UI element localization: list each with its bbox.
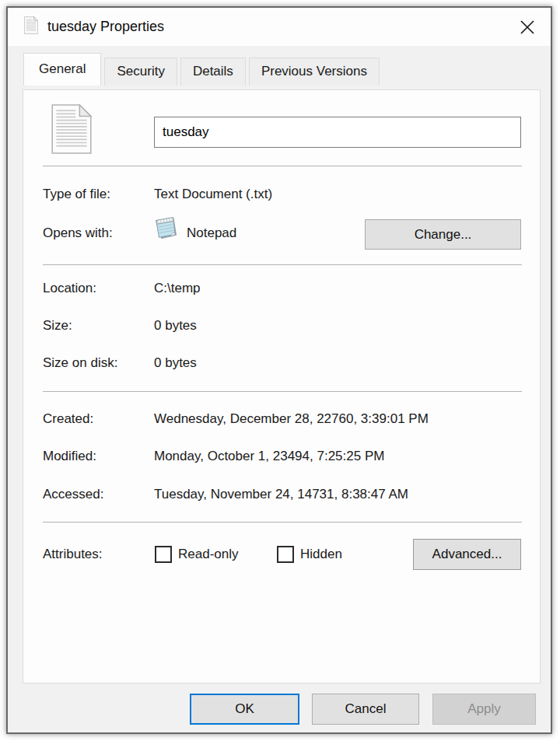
title-bar[interactable]: tuesday Properties	[8, 8, 551, 46]
tab-security[interactable]: Security	[104, 58, 177, 86]
size-on-disk-value: 0 bytes	[154, 354, 197, 372]
created-value: Wednesday, December 28, 22760, 3:39:01 P…	[154, 410, 429, 428]
tab-general[interactable]: General	[23, 53, 101, 86]
text-document-icon-large	[51, 104, 92, 157]
modified-label: Modified:	[43, 447, 96, 466]
screen: tuesday Properties General Security Deta…	[0, 0, 560, 741]
separator	[43, 166, 522, 166]
size-value: 0 bytes	[154, 316, 197, 335]
hidden-label: Hidden	[300, 546, 342, 563]
advanced-button[interactable]: Advanced...	[413, 539, 521, 570]
close-icon	[519, 19, 536, 36]
properties-dialog: tuesday Properties General Security Deta…	[6, 6, 552, 734]
modified-value: Monday, October 1, 23494, 7:25:25 PM	[154, 447, 384, 466]
size-label: Size:	[43, 316, 72, 335]
location-label: Location:	[43, 279, 96, 298]
tab-strip: General Security Details Previous Versio…	[23, 53, 383, 86]
hidden-checkbox[interactable]	[277, 546, 294, 563]
apply-button[interactable]: Apply	[432, 694, 536, 725]
location-value: C:\temp	[154, 279, 201, 298]
notepad-icon	[152, 215, 179, 244]
general-tab-panel: Type of file: Text Document (.txt) Opens…	[23, 89, 541, 683]
attributes-label: Attributes:	[43, 545, 103, 564]
close-button[interactable]	[516, 16, 538, 38]
change-button[interactable]: Change...	[365, 219, 521, 250]
ok-button[interactable]: OK	[190, 694, 299, 725]
type-of-file-label: Type of file:	[43, 185, 110, 204]
readonly-label: Read-only	[178, 546, 239, 563]
opens-with-label: Opens with:	[43, 224, 113, 243]
opens-with-value: Notepad	[187, 224, 236, 243]
separator	[43, 391, 522, 392]
text-document-icon	[24, 16, 38, 37]
separator	[43, 264, 522, 265]
tab-previous-versions[interactable]: Previous Versions	[249, 58, 380, 86]
size-on-disk-label: Size on disk:	[43, 354, 117, 372]
cancel-button[interactable]: Cancel	[312, 694, 419, 725]
filename-input[interactable]	[154, 117, 521, 148]
type-of-file-value: Text Document (.txt)	[154, 185, 272, 204]
readonly-checkbox[interactable]	[155, 546, 172, 563]
accessed-value: Tuesday, November 24, 14731, 8:38:47 AM	[154, 485, 408, 504]
created-label: Created:	[43, 410, 93, 428]
tab-details[interactable]: Details	[180, 58, 246, 86]
window-title: tuesday Properties	[47, 19, 164, 35]
accessed-label: Accessed:	[43, 485, 103, 504]
separator	[43, 522, 522, 523]
